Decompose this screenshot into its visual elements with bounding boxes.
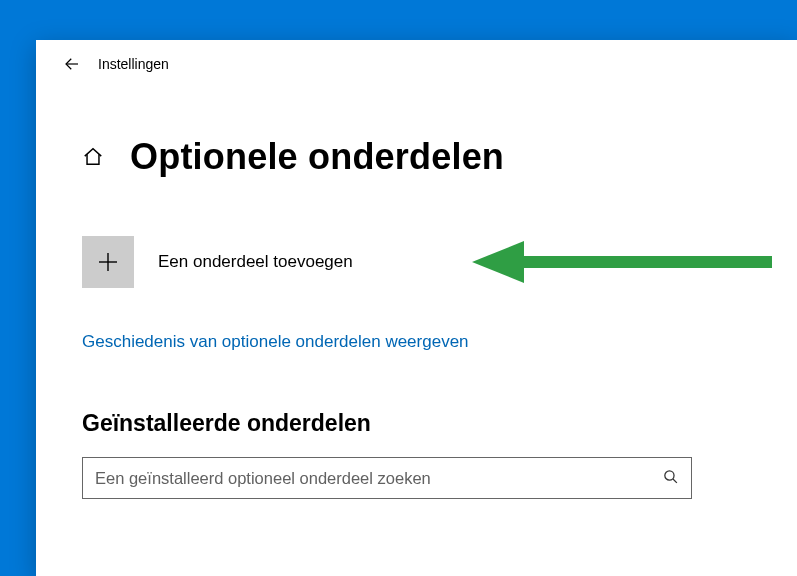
svg-marker-4 bbox=[472, 241, 524, 283]
back-button[interactable] bbox=[50, 42, 94, 86]
plus-icon bbox=[96, 250, 120, 274]
titlebar: Instellingen bbox=[36, 40, 797, 88]
search-icon bbox=[662, 468, 679, 489]
installed-section-title: Geïnstalleerde onderdelen bbox=[82, 410, 757, 437]
add-feature-row[interactable]: Een onderdeel toevoegen bbox=[82, 236, 757, 288]
svg-rect-3 bbox=[517, 256, 772, 268]
svg-line-6 bbox=[673, 478, 677, 482]
content-area: Optionele onderdelen Een onderdeel toevo… bbox=[36, 88, 797, 499]
installed-search-input[interactable]: Een geïnstalleerd optioneel onderdeel zo… bbox=[82, 457, 692, 499]
page-header: Optionele onderdelen bbox=[82, 136, 757, 178]
back-arrow-icon bbox=[63, 55, 81, 73]
history-link[interactable]: Geschiedenis van optionele onderdelen we… bbox=[82, 332, 469, 352]
add-feature-label: Een onderdeel toevoegen bbox=[158, 252, 353, 272]
home-icon bbox=[82, 146, 104, 168]
home-button[interactable] bbox=[82, 146, 104, 168]
settings-window: Instellingen Optionele onderdelen Een on… bbox=[36, 40, 797, 576]
add-feature-tile[interactable] bbox=[82, 236, 134, 288]
search-placeholder: Een geïnstalleerd optioneel onderdeel zo… bbox=[95, 469, 662, 488]
page-title: Optionele onderdelen bbox=[130, 136, 504, 178]
svg-point-5 bbox=[665, 470, 674, 479]
annotation-arrow bbox=[472, 235, 772, 289]
app-title: Instellingen bbox=[98, 56, 169, 72]
